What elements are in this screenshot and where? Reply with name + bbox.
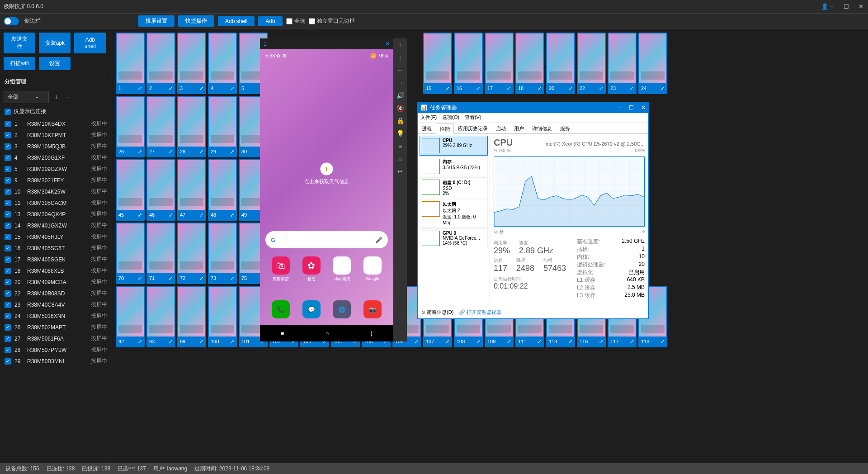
adb-shell-button[interactable]: Adb shell	[218, 16, 255, 26]
device-thumb[interactable]: 22⤢	[577, 33, 606, 94]
device-thumb[interactable]: 46⤢	[146, 159, 175, 221]
device-row[interactable]: ✓16R38M405SG6T投屏中	[0, 242, 112, 254]
device-thumb[interactable]: 16⤢	[454, 33, 483, 94]
device-row[interactable]: ✓18R38M4086XLB投屏中	[0, 265, 112, 276]
minimize-icon[interactable]: ─	[828, 3, 835, 10]
install-apk-button[interactable]: 安装apk	[39, 33, 71, 53]
device-thumb[interactable]: 73⤢	[208, 223, 237, 284]
mic-icon[interactable]: 🎤	[375, 237, 382, 243]
device-row[interactable]: ✓17R38M405SGEK投屏中	[0, 254, 112, 265]
bulb-icon[interactable]: 💡	[393, 127, 407, 140]
select-all-checkbox[interactable]: 全选	[286, 17, 305, 25]
menu-icon[interactable]: ≡	[393, 140, 407, 152]
recents-icon[interactable]: ≡	[281, 330, 284, 337]
send-file-button[interactable]: 发送文件	[4, 33, 35, 53]
device-thumb[interactable]: 1⤢	[116, 33, 145, 94]
expand-icon[interactable]: ⤢	[599, 339, 603, 345]
expand-icon[interactable]: ⤢	[230, 212, 234, 218]
tm-minimize-icon[interactable]: ─	[618, 104, 622, 111]
adb-button[interactable]: Adb	[258, 16, 282, 26]
home-btn-icon[interactable]: ⌂	[393, 152, 407, 165]
taskmgr-titlebar[interactable]: 📊任务管理器 ─ ☐ ✕	[418, 102, 648, 113]
expand-icon[interactable]: ⤢	[476, 339, 480, 345]
device-thumb[interactable]: 72⤢	[177, 223, 206, 284]
device-thumb[interactable]: 29⤢	[208, 96, 237, 157]
device-thumb[interactable]: 45⤢	[116, 159, 145, 221]
device-thumb[interactable]: 3⤢	[177, 33, 206, 94]
tm-tab-5[interactable]: 详细信息	[528, 123, 556, 133]
right-arrow-icon[interactable]: →	[393, 76, 407, 89]
phone-search-bar[interactable]: G 🎤	[265, 231, 388, 248]
tm-close-icon[interactable]: ✕	[641, 104, 646, 111]
expand-icon[interactable]: ⤢	[507, 85, 511, 91]
expand-icon[interactable]: ⤢	[169, 275, 173, 281]
expand-icon[interactable]: ⤢	[507, 339, 511, 345]
device-thumb[interactable]: 47⤢	[177, 159, 206, 221]
expand-icon[interactable]: ⤢	[169, 212, 173, 218]
tm-tab-4[interactable]: 用户	[510, 123, 528, 133]
device-thumb[interactable]: 26⤢	[116, 96, 145, 157]
expand-icon[interactable]: ⤢	[138, 85, 142, 91]
weather-add-icon[interactable]: +	[321, 162, 333, 175]
device-thumb[interactable]: 15⤢	[423, 33, 452, 94]
adb-shell-side-button[interactable]: Adb shell	[74, 33, 106, 53]
device-row[interactable]: ✓26R38M502MAPT投屏中	[0, 322, 112, 333]
scan-wifi-button[interactable]: 扫描wifi	[4, 57, 35, 70]
expand-icon[interactable]: ⤢	[230, 339, 234, 345]
back-icon[interactable]: ⟨	[370, 330, 373, 337]
quick-actions-button[interactable]: 快捷操作	[178, 15, 214, 27]
sidebar-toggle[interactable]	[4, 17, 19, 25]
tm-left-item[interactable]: 内存3.5/15.9 GB (22%)	[420, 156, 488, 176]
phone-window-titlebar[interactable]: 1 ✕	[260, 38, 393, 49]
device-row[interactable]: ✓23R38M40C8A4V投屏中	[0, 299, 112, 310]
tm-left-item[interactable]: GPU 0NVIDIA GeForce...14% (58 °C)	[420, 228, 488, 248]
show-connected-row[interactable]: ✓ 仅显示已连接	[0, 105, 112, 118]
device-thumb[interactable]: 4⤢	[208, 33, 237, 94]
device-thumb[interactable]: 24⤢	[638, 33, 667, 94]
device-thumb[interactable]: 2⤢	[146, 33, 175, 94]
device-row[interactable]: ✓3R38M10M5QJB投屏中	[0, 141, 112, 152]
screen-settings-button[interactable]: 投屏设置	[138, 15, 175, 27]
device-thumb[interactable]: 17⤢	[485, 33, 514, 94]
expand-icon[interactable]: ⤢	[138, 212, 142, 218]
tm-view-menu[interactable]: 查看(V)	[465, 114, 481, 122]
device-row[interactable]: ✓11R38M305CACM投屏中	[0, 197, 112, 209]
device-thumb[interactable]: 99⤢	[177, 286, 206, 347]
device-thumb[interactable]: 100⤢	[208, 286, 237, 347]
tm-left-item[interactable]: CPU29% 2.89 GHz	[420, 136, 488, 156]
expand-icon[interactable]: ⤢	[199, 212, 203, 218]
phone-close-icon[interactable]: ✕	[385, 41, 390, 47]
tm-left-item[interactable]: 磁盘 0 (C: D:)SSD2%	[420, 177, 488, 198]
device-row[interactable]: ✓13R38M30AQK4P投屏中	[0, 209, 112, 220]
close-icon[interactable]: ✕	[857, 3, 864, 10]
device-row[interactable]: ✓10R38M304K25W投屏中	[0, 186, 112, 197]
mute-icon[interactable]: 🔇	[393, 102, 407, 114]
expand-icon[interactable]: ⤢	[476, 85, 480, 91]
remove-group-icon[interactable]: −	[64, 91, 71, 103]
expand-icon[interactable]: ⤢	[445, 85, 449, 91]
device-row[interactable]: ✓28R38M507PMJW投屏中	[0, 344, 112, 356]
expand-icon[interactable]: ⤢	[630, 85, 634, 91]
device-row[interactable]: ✓22R38M40B08SD投屏中	[0, 288, 112, 299]
volume-icon[interactable]: 🔊	[393, 89, 407, 102]
device-thumb[interactable]: 70⤢	[116, 223, 145, 284]
tm-tab-1[interactable]: 性能	[436, 123, 454, 134]
user-icon[interactable]: 👤	[821, 3, 828, 10]
add-group-icon[interactable]: +	[52, 91, 60, 103]
tm-options-menu[interactable]: 选项(O)	[442, 114, 459, 122]
device-row[interactable]: ✓29R38M50B3MNL投屏中	[0, 356, 112, 367]
expand-icon[interactable]: ⤢	[660, 85, 665, 91]
expand-icon[interactable]: ⤢	[599, 85, 603, 91]
device-thumb[interactable]: 27⤢	[146, 96, 175, 157]
left-arrow-icon[interactable]: ←	[393, 64, 407, 76]
up-arrow-icon[interactable]: ↑	[393, 38, 407, 51]
tm-tab-6[interactable]: 服务	[556, 123, 574, 133]
device-row[interactable]: ✓2R38M10KTPMT投屏中	[0, 129, 112, 141]
return-icon[interactable]: ↩	[393, 165, 407, 178]
expand-icon[interactable]: ⤢	[445, 339, 449, 345]
expand-icon[interactable]: ⤢	[199, 149, 203, 155]
home-icon[interactable]: ○	[326, 330, 329, 337]
expand-icon[interactable]: ⤢	[230, 85, 234, 91]
expand-icon[interactable]: ⤢	[199, 275, 203, 281]
device-thumb[interactable]: 18⤢	[515, 33, 544, 94]
